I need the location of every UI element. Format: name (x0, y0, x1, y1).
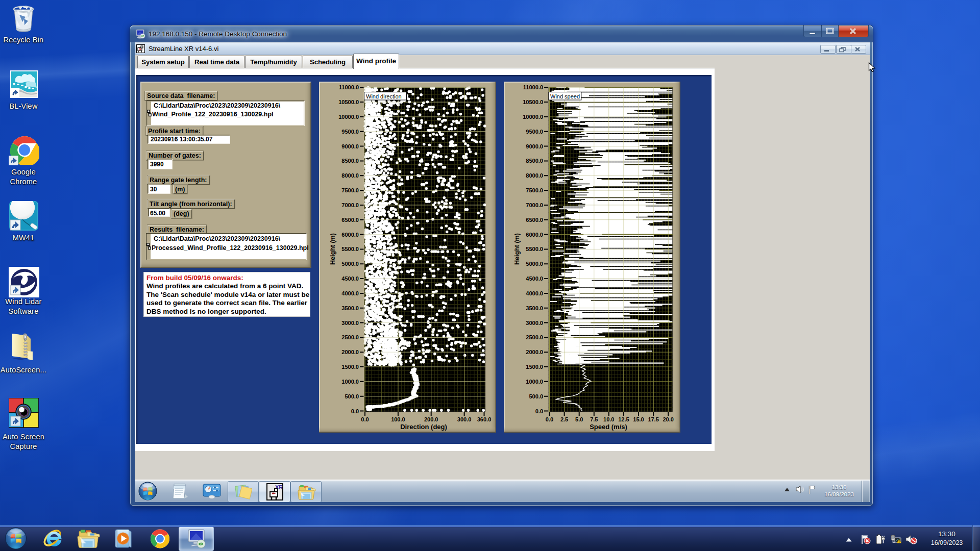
svg-text:7000.0: 7000.0 (526, 202, 543, 208)
svg-text:3500.0: 3500.0 (341, 305, 359, 311)
svg-text:8500.0: 8500.0 (526, 158, 543, 164)
svg-text:500.0: 500.0 (345, 393, 359, 399)
svg-text:0.0: 0.0 (535, 408, 543, 414)
svg-text:4000.0: 4000.0 (341, 290, 359, 296)
svg-text:0.0: 0.0 (351, 408, 359, 414)
svg-text:4000.0: 4000.0 (526, 290, 543, 296)
svg-text:15.0: 15.0 (633, 416, 644, 422)
svg-text:10.0: 10.0 (603, 416, 614, 422)
svg-text:2500.0: 2500.0 (526, 334, 543, 340)
svg-text:2.5: 2.5 (560, 416, 568, 422)
svg-text:6500.0: 6500.0 (341, 217, 359, 223)
svg-text:8500.0: 8500.0 (341, 158, 359, 164)
svg-text:8000.0: 8000.0 (526, 172, 543, 179)
svg-text:20.0: 20.0 (663, 416, 673, 422)
svg-text:11000.0: 11000.0 (523, 84, 543, 90)
svg-text:5500.0: 5500.0 (341, 246, 359, 252)
svg-text:10000.0: 10000.0 (338, 114, 359, 120)
svg-text:Wind speed: Wind speed (550, 93, 580, 99)
svg-text:200.0: 200.0 (424, 416, 438, 422)
svg-text:3500.0: 3500.0 (526, 305, 543, 311)
svg-text:7500.0: 7500.0 (526, 187, 543, 193)
svg-text:10500.0: 10500.0 (523, 99, 543, 105)
svg-text:6500.0: 6500.0 (526, 217, 543, 223)
svg-text:2000.0: 2000.0 (341, 349, 359, 355)
svg-text:6000.0: 6000.0 (526, 232, 543, 238)
svg-text:9500.0: 9500.0 (526, 129, 543, 135)
svg-text:9000.0: 9000.0 (341, 143, 359, 149)
svg-text:4500.0: 4500.0 (341, 276, 359, 282)
svg-text:7500.0: 7500.0 (341, 187, 359, 193)
svg-text:9500.0: 9500.0 (341, 129, 359, 135)
svg-text:360.0: 360.0 (477, 416, 492, 422)
svg-text:0.0: 0.0 (546, 416, 553, 422)
svg-text:Wind direction: Wind direction (366, 93, 402, 99)
svg-text:11000.0: 11000.0 (339, 84, 359, 90)
svg-text:12.5: 12.5 (618, 416, 629, 422)
svg-text:5000.0: 5000.0 (341, 261, 359, 267)
svg-text:8000.0: 8000.0 (341, 172, 359, 179)
svg-text:5500.0: 5500.0 (526, 246, 543, 252)
svg-text:3000.0: 3000.0 (341, 320, 359, 326)
svg-text:2000.0: 2000.0 (526, 349, 543, 355)
svg-text:1000.0: 1000.0 (341, 379, 359, 385)
svg-text:5.0: 5.0 (575, 416, 583, 422)
svg-text:Height (m): Height (m) (329, 233, 336, 265)
svg-text:500.0: 500.0 (529, 393, 543, 399)
svg-text:6000.0: 6000.0 (341, 232, 359, 238)
svg-text:5000.0: 5000.0 (526, 261, 543, 267)
svg-text:Direction (deg): Direction (deg) (400, 423, 447, 431)
svg-text:Height (m): Height (m) (513, 233, 521, 265)
svg-text:2500.0: 2500.0 (341, 334, 359, 340)
svg-text:1000.0: 1000.0 (526, 379, 543, 385)
svg-text:100.0: 100.0 (391, 416, 405, 422)
svg-text:1500.0: 1500.0 (526, 364, 543, 370)
svg-text:7000.0: 7000.0 (341, 202, 359, 208)
svg-text:9000.0: 9000.0 (526, 143, 543, 149)
svg-text:1500.0: 1500.0 (341, 364, 359, 370)
svg-text:10500.0: 10500.0 (338, 99, 359, 105)
svg-text:4500.0: 4500.0 (526, 276, 543, 282)
svg-text:17.5: 17.5 (648, 416, 658, 422)
svg-text:3000.0: 3000.0 (526, 320, 543, 326)
svg-text:Speed (m/s): Speed (m/s) (590, 423, 627, 431)
svg-text:7.5: 7.5 (590, 416, 598, 422)
svg-text:300.0: 300.0 (457, 416, 472, 422)
svg-text:10000.0: 10000.0 (523, 114, 543, 120)
svg-text:0.0: 0.0 (361, 416, 369, 422)
